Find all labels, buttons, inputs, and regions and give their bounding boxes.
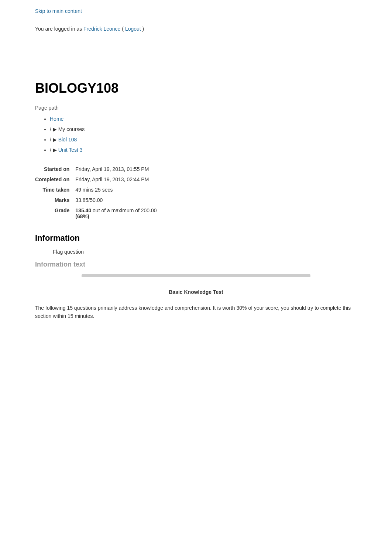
login-prefix: You are logged in as <box>35 26 83 32</box>
time-taken-row: Time taken 49 mins 25 secs <box>35 185 166 195</box>
breadcrumb-item-home: Home <box>50 114 357 124</box>
started-on-label: Started on <box>35 164 75 174</box>
breadcrumb-item-biol108: / ▶ Biol 108 <box>50 134 357 145</box>
breadcrumb-list: Home / ▶ My courses / ▶ Biol 108 / ▶ Uni… <box>35 114 357 155</box>
breadcrumb-item-mycourses: / ▶ My courses <box>50 124 357 134</box>
login-bar: You are logged in as Fredrick Leonce ( L… <box>0 21 392 36</box>
main-content: BIOLOGY108 Page path Home / ▶ My courses… <box>0 80 392 320</box>
flag-question-text: Flag question <box>53 249 357 255</box>
login-paren-open: ( <box>122 26 124 32</box>
breadcrumb-biol108-link[interactable]: Biol 108 <box>58 137 77 143</box>
quiz-info-table: Started on Friday, April 19, 2013, 01:55… <box>35 164 166 222</box>
grade-row: Grade 135.40 out of a maximum of 200.00 … <box>35 205 166 222</box>
grade-percent: (68%) <box>75 213 89 219</box>
information-heading: Information <box>35 233 357 243</box>
logout-link[interactable]: Logout <box>125 26 141 32</box>
skip-to-main-link[interactable]: Skip to main content <box>0 4 392 18</box>
info-text-heading: Information text <box>35 261 357 268</box>
breadcrumb-unittest3-link[interactable]: Unit Test 3 <box>58 147 83 153</box>
marks-row: Marks 33.85/50.00 <box>35 195 166 205</box>
grade-label: Grade <box>35 205 75 222</box>
username-link[interactable]: Fredrick Leonce <box>83 26 120 32</box>
completed-on-label: Completed on <box>35 174 75 185</box>
time-taken-label: Time taken <box>35 185 75 195</box>
description-text: The following 15 questions primarily add… <box>35 304 357 320</box>
marks-value: 33.85/50.00 <box>75 195 165 205</box>
time-taken-value: 49 mins 25 secs <box>75 185 165 195</box>
grade-value: 135.40 out of a maximum of 200.00 (68%) <box>75 205 165 222</box>
login-paren-close: ) <box>142 26 144 32</box>
divider-bar <box>82 274 310 277</box>
grade-score-rest: out of a maximum of 200.00 <box>91 207 157 213</box>
marks-label: Marks <box>35 195 75 205</box>
course-title: BIOLOGY108 <box>35 80 357 96</box>
basic-knowledge-title: Basic Knowledge Test <box>35 289 357 295</box>
started-on-value: Friday, April 19, 2013, 01:55 PM <box>75 164 165 174</box>
breadcrumb-home-link[interactable]: Home <box>50 116 63 122</box>
completed-on-value: Friday, April 19, 2013, 02:44 PM <box>75 174 165 185</box>
breadcrumb-item-unittest3: / ▶ Unit Test 3 <box>50 145 357 155</box>
started-on-row: Started on Friday, April 19, 2013, 01:55… <box>35 164 166 174</box>
completed-on-row: Completed on Friday, April 19, 2013, 02:… <box>35 174 166 185</box>
page-path-label: Page path <box>35 105 357 111</box>
grade-score-bold: 135.40 <box>75 207 91 213</box>
